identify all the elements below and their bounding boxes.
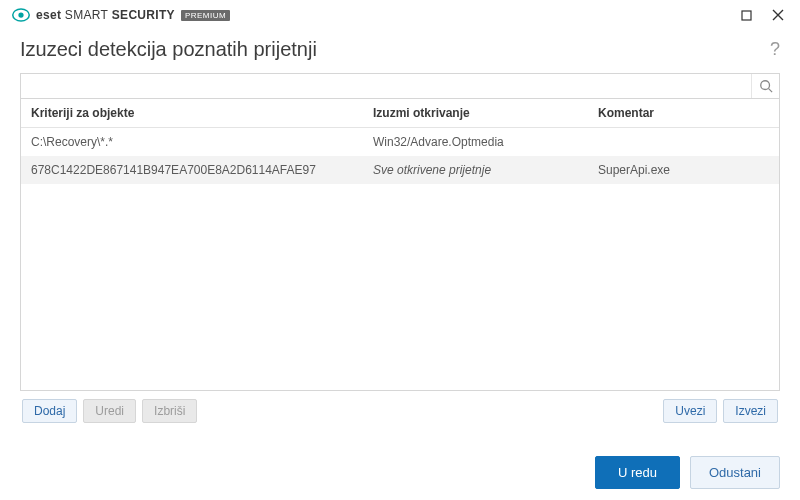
table-header: Kriteriji za objekte Izuzmi otkrivanje K… xyxy=(21,99,779,128)
column-comment[interactable]: Komentar xyxy=(588,99,779,127)
search-input[interactable] xyxy=(21,74,751,98)
cell-exclude: Sve otkrivene prijetnje xyxy=(363,156,588,184)
column-exclude[interactable]: Izuzmi otkrivanje xyxy=(363,99,588,127)
window-controls xyxy=(732,4,792,26)
import-button[interactable]: Uvezi xyxy=(663,399,717,423)
column-criteria[interactable]: Kriteriji za objekte xyxy=(21,99,363,127)
search-icon[interactable] xyxy=(751,74,779,98)
brand-logo-icon xyxy=(12,6,30,24)
cell-exclude: Win32/Advare.Optmedia xyxy=(363,128,588,156)
maximize-button[interactable] xyxy=(732,4,760,26)
brand-badge: PREMIUM xyxy=(181,10,230,21)
export-button[interactable]: Izvezi xyxy=(723,399,778,423)
titlebar: eset SMART SECURITY PREMIUM xyxy=(0,0,800,30)
brand-text: eset SMART SECURITY xyxy=(36,8,175,22)
ok-button[interactable]: U redu xyxy=(595,456,680,489)
delete-button[interactable]: Izbriši xyxy=(142,399,197,423)
brand-company: eset xyxy=(36,8,61,22)
table-body: C:\Recovery\*.*Win32/Advare.Optmedia678C… xyxy=(21,128,779,390)
dialog-footer: U redu Odustani xyxy=(0,444,800,500)
svg-point-1 xyxy=(18,12,23,17)
exclusions-table: Kriteriji za objekte Izuzmi otkrivanje K… xyxy=(20,99,780,391)
search-bar xyxy=(20,73,780,99)
close-button[interactable] xyxy=(764,4,792,26)
brand-name-2: SECURITY xyxy=(112,8,175,22)
svg-point-3 xyxy=(760,81,769,90)
brand-name-1: SMART xyxy=(65,8,108,22)
cell-comment: SuperApi.exe xyxy=(588,156,779,184)
table-row[interactable]: C:\Recovery\*.*Win32/Advare.Optmedia xyxy=(21,128,779,156)
edit-button[interactable]: Uredi xyxy=(83,399,136,423)
cell-comment xyxy=(588,128,779,156)
cancel-button[interactable]: Odustani xyxy=(690,456,780,489)
add-button[interactable]: Dodaj xyxy=(22,399,77,423)
cell-criteria: 678C1422DE867141B947EA700E8A2D6114AFAE97 xyxy=(21,156,363,184)
brand: eset SMART SECURITY PREMIUM xyxy=(12,6,230,24)
svg-rect-2 xyxy=(742,11,751,20)
page-title: Izuzeci detekcija poznatih prijetnji xyxy=(20,38,317,61)
help-icon[interactable]: ? xyxy=(770,39,780,60)
cell-criteria: C:\Recovery\*.* xyxy=(21,128,363,156)
dialog-header: Izuzeci detekcija poznatih prijetnji ? xyxy=(0,30,800,73)
table-row[interactable]: 678C1422DE867141B947EA700E8A2D6114AFAE97… xyxy=(21,156,779,184)
table-actions: Dodaj Uredi Izbriši Uvezi Izvezi xyxy=(20,391,780,431)
